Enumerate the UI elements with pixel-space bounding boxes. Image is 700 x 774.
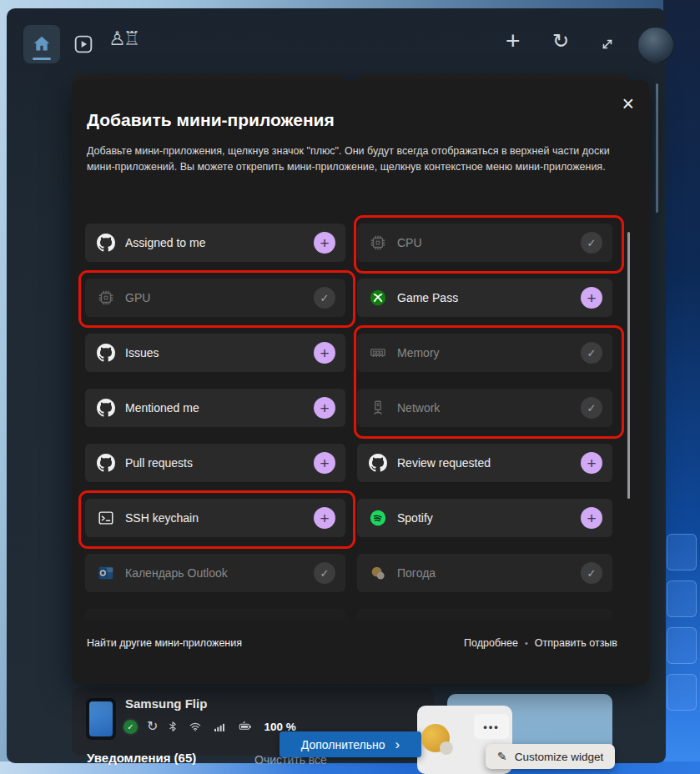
tab-home[interactable] <box>23 25 60 63</box>
resize-button[interactable] <box>597 34 617 54</box>
bluetooth-icon <box>167 719 179 734</box>
added-check-icon: ✓ <box>581 342 602 364</box>
added-check-icon: ✓ <box>581 232 602 254</box>
learn-more-link[interactable]: Подробнее <box>464 637 518 649</box>
more-button[interactable]: Дополнительно › <box>279 731 421 757</box>
refresh-button[interactable]: ↻ <box>552 31 569 51</box>
widget-label: Mentioned me <box>125 401 304 415</box>
find-more-widgets-link[interactable]: Найти другие мини-приложения <box>87 637 242 649</box>
widget-item-game-pass[interactable]: Game Pass+ <box>357 279 612 317</box>
widget-item-gpu[interactable]: GPU✓ <box>85 279 345 317</box>
widget-label: Assigned to me <box>125 236 304 249</box>
github-icon <box>97 454 115 472</box>
wallpaper-key-shape <box>667 580 697 617</box>
add-widget-topbar-button[interactable]: + <box>506 28 521 53</box>
added-check-icon: ✓ <box>314 562 335 584</box>
cpu-icon <box>369 234 387 252</box>
add-widgets-dialog: × Добавить мини-приложения Добавьте мини… <box>72 80 649 684</box>
wallpaper-key-shape <box>667 627 697 664</box>
pencil-icon: ✎ <box>497 750 507 763</box>
tab-play[interactable] <box>72 33 95 56</box>
network-icon <box>369 399 387 417</box>
dialog-description: Добавьте мини-приложения, щелкнув значок… <box>87 143 631 176</box>
add-widget-button[interactable]: + <box>581 452 602 474</box>
weather-icon <box>369 564 387 582</box>
github-icon <box>97 344 115 362</box>
user-avatar[interactable] <box>637 27 674 63</box>
device-status-row: ✓ ↻ 100 % <box>123 717 296 736</box>
close-icon[interactable]: × <box>622 93 634 114</box>
widget-label: Game Pass <box>397 291 571 304</box>
github-icon <box>97 399 115 417</box>
widget-item-spotify[interactable]: Spotify+ <box>357 499 612 537</box>
wifi-icon <box>188 720 203 733</box>
gamepass-icon <box>369 289 387 307</box>
widget-grid: Assigned to me+CPU✓GPU✓Game Pass+Issues+… <box>85 224 612 592</box>
home-icon <box>31 33 53 55</box>
widget-item-assigned-to-me[interactable]: Assigned to me+ <box>85 224 345 262</box>
dot-separator: • <box>525 638 528 648</box>
widget-item-issues[interactable]: Issues+ <box>85 334 345 372</box>
wallpaper-key-shape <box>667 674 697 711</box>
widget-item-outlook-calendar[interactable]: Календарь Outlook✓ <box>85 554 345 592</box>
play-icon <box>72 33 95 56</box>
widget-item-pull-requests[interactable]: Pull requests+ <box>85 444 345 482</box>
widget-item-network[interactable]: Network✓ <box>357 389 612 427</box>
added-check-icon: ✓ <box>314 287 335 309</box>
github-icon <box>369 454 387 472</box>
signal-icon <box>212 720 227 733</box>
customize-widget-label: Customize widget <box>515 751 604 763</box>
add-widget-button[interactable]: + <box>314 507 335 529</box>
ssh-icon <box>97 509 115 527</box>
dialog-footer-links: Подробнее • Отправить отзыв <box>464 637 617 649</box>
widget-label: Погода <box>397 566 571 580</box>
spotify-icon <box>369 509 387 527</box>
widget-label: Календарь Outlook <box>125 566 304 580</box>
added-check-icon: ✓ <box>581 562 602 584</box>
memory-icon <box>369 344 387 362</box>
sync-icon: ↻ <box>147 720 158 733</box>
dialog-title: Добавить мини-приложения <box>87 110 335 130</box>
add-widget-button[interactable]: + <box>581 287 602 309</box>
widget-label: Review requested <box>397 456 571 470</box>
add-widget-button[interactable]: + <box>314 452 335 474</box>
wallpaper-key-shape <box>667 534 697 570</box>
add-widget-button[interactable]: + <box>314 342 335 364</box>
device-title: Samsung Flip <box>125 696 207 711</box>
widget-label: SSH keychain <box>125 511 304 525</box>
widget-item-review-requested[interactable]: Review requested+ <box>357 444 612 482</box>
widget-label: Network <box>397 401 571 415</box>
connected-icon: ✓ <box>123 720 138 734</box>
widget-label: Issues <box>125 346 304 359</box>
sun-icon <box>421 724 450 752</box>
widget-label: GPU <box>125 291 304 304</box>
more-button-label: Дополнительно <box>301 738 385 751</box>
widget-item-cpu[interactable]: CPU✓ <box>357 224 612 262</box>
panel-scrollbar[interactable] <box>656 83 658 213</box>
games-icon: ♙♖ <box>108 28 138 49</box>
more-options-button[interactable]: ••• <box>474 714 509 739</box>
widget-item-mentioned-me[interactable]: Mentioned me+ <box>85 389 345 427</box>
widget-label: CPU <box>397 236 571 249</box>
added-check-icon: ✓ <box>581 397 602 419</box>
outlook-icon <box>97 564 115 582</box>
add-widget-button[interactable]: + <box>581 507 602 529</box>
widget-label: Spotify <box>397 511 571 525</box>
widget-item-weather[interactable]: Погода✓ <box>357 554 612 592</box>
chevron-right-icon: › <box>395 737 400 751</box>
add-widget-button[interactable]: + <box>314 232 335 254</box>
tab-games[interactable]: ♙♖ <box>108 28 138 50</box>
cpu-icon <box>97 289 115 307</box>
dialog-scrollbar[interactable] <box>627 232 630 499</box>
customize-widget-tooltip[interactable]: ✎ Customize widget <box>486 744 615 769</box>
send-feedback-link[interactable]: Отправить отзыв <box>535 637 617 649</box>
widget-item-ssh-keychain[interactable]: SSH keychain+ <box>85 499 345 537</box>
widget-item-memory[interactable]: Memory✓ <box>357 334 612 372</box>
notifications-header: Уведомления (65) <box>87 751 196 765</box>
phone-image <box>86 698 116 740</box>
battery-icon <box>236 720 254 733</box>
resize-icon <box>597 34 617 54</box>
github-icon <box>97 234 115 252</box>
add-widget-button[interactable]: + <box>314 397 335 419</box>
widget-label: Pull requests <box>125 456 304 470</box>
